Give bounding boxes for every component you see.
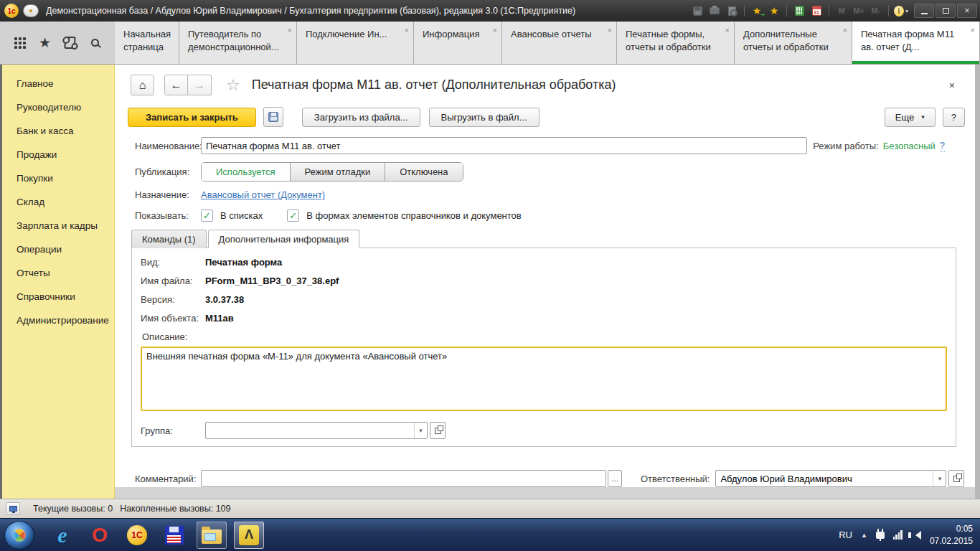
- main-menu-icon[interactable]: [11, 34, 29, 52]
- tab-information[interactable]: Информация×: [414, 22, 502, 64]
- tab-additional-info[interactable]: Дополнительная информация: [208, 230, 360, 248]
- volume-icon[interactable]: [911, 531, 921, 540]
- sidebar-item-main[interactable]: Главное: [2, 72, 114, 95]
- publication-option-debug[interactable]: Режим отладки: [290, 163, 385, 181]
- add-favorite-icon[interactable]: ★: [767, 4, 781, 17]
- close-icon[interactable]: ×: [725, 25, 730, 36]
- sidebar-item-purchases[interactable]: Покупки: [2, 166, 114, 190]
- purpose-link[interactable]: Авансовый отчет (Документ): [201, 189, 325, 200]
- show-label: Показывать:: [135, 210, 201, 221]
- sidebar-item-bank-cash[interactable]: Банк и касса: [2, 119, 114, 143]
- save-icon[interactable]: [690, 4, 705, 17]
- show-in-lists-checkbox[interactable]: ✓: [201, 209, 213, 222]
- unload-to-file-button[interactable]: Выгрузить в файл...: [429, 108, 540, 127]
- forward-button[interactable]: →: [188, 75, 212, 95]
- go-to-favorites-icon[interactable]: ★: [750, 4, 764, 17]
- language-indicator[interactable]: RU: [839, 529, 852, 540]
- sidebar-item-sales[interactable]: Продажи: [2, 143, 114, 166]
- section-sidebar: Главное Руководителю Банк и касса Продаж…: [0, 65, 115, 499]
- comment-more-button[interactable]: …: [608, 470, 622, 487]
- window-titlebar: 1с ▾ Демонстрационная база / Абдулов Юри…: [0, 0, 980, 22]
- close-icon[interactable]: ×: [843, 25, 847, 36]
- close-icon[interactable]: ×: [493, 25, 497, 36]
- back-button[interactable]: ←: [164, 75, 188, 95]
- forward-icon: →: [194, 79, 205, 92]
- object-name-value: М11ав: [205, 313, 234, 324]
- network-signal-icon[interactable]: [893, 530, 903, 540]
- close-button[interactable]: ×: [957, 4, 977, 18]
- tab-print-forms[interactable]: Печатные формы, отчеты и обработки×: [617, 22, 735, 64]
- publication-option-disabled[interactable]: Отключена: [385, 163, 462, 181]
- close-icon[interactable]: ×: [608, 25, 612, 36]
- tab-connection[interactable]: Подключение Ин...×: [297, 22, 414, 64]
- sidebar-item-warehouse[interactable]: Склад: [2, 190, 114, 214]
- form-content: ⌂ ← → ☆ Печатная форма М11 ав. отчет (До…: [115, 65, 980, 499]
- show-in-forms-checkbox[interactable]: ✓: [287, 209, 299, 222]
- description-textarea[interactable]: Внешняя печатная форма «М-11» для докуме…: [141, 347, 947, 411]
- windows-taskbar: e O 1С Λ RU ▲ 0:05 07.02.2015: [0, 518, 980, 551]
- form-close-icon[interactable]: ×: [939, 80, 965, 91]
- server-calls-icon[interactable]: [6, 502, 20, 515]
- responsible-input[interactable]: [716, 471, 933, 486]
- print-icon[interactable]: [707, 4, 722, 17]
- home-button[interactable]: ⌂: [131, 75, 154, 95]
- taskbar-explorer-button[interactable]: [197, 522, 227, 549]
- group-input[interactable]: [206, 423, 414, 438]
- tray-expand-icon[interactable]: ▲: [861, 532, 867, 539]
- favorites-icon[interactable]: ★: [36, 34, 55, 52]
- start-button[interactable]: [4, 521, 34, 550]
- comment-label: Комментарий:: [135, 474, 201, 484]
- sidebar-item-operations[interactable]: Операции: [2, 237, 114, 261]
- memory-m-minus-button[interactable]: M-: [869, 4, 883, 17]
- comment-input[interactable]: [201, 470, 606, 487]
- tab-additional-reports[interactable]: Дополнительные отчеты и обработки×: [735, 22, 852, 64]
- info-icon[interactable]: i▾: [894, 4, 908, 17]
- responsible-dropdown-icon[interactable]: ▾: [933, 471, 946, 486]
- taskbar-internet-explorer-icon[interactable]: e: [47, 522, 77, 549]
- close-icon[interactable]: ×: [288, 25, 292, 36]
- close-icon[interactable]: ×: [405, 25, 409, 36]
- power-icon[interactable]: [876, 532, 885, 539]
- history-icon[interactable]: [61, 34, 80, 52]
- sidebar-item-reports[interactable]: Отчеты: [2, 261, 114, 285]
- windows-logo-icon: [10, 526, 28, 544]
- taskbar-1c-enterprise-button[interactable]: Λ: [234, 522, 264, 549]
- search-icon[interactable]: [86, 34, 105, 52]
- more-button[interactable]: Еще▾: [885, 108, 936, 127]
- publication-option-used[interactable]: Используется: [202, 163, 290, 181]
- taskbar-1c-icon[interactable]: 1С: [122, 522, 152, 549]
- work-mode-help-link[interactable]: ?: [940, 140, 945, 151]
- minimize-button[interactable]: [914, 4, 934, 18]
- tab-print-form-m11[interactable]: Печатная форма М11 ав. отчет (Д...×: [852, 22, 980, 64]
- calculator-icon[interactable]: [792, 4, 806, 17]
- favorite-star-icon[interactable]: ☆: [226, 76, 240, 95]
- taskbar-opera-icon[interactable]: O: [85, 522, 115, 549]
- calendar-icon[interactable]: 31: [809, 4, 824, 17]
- responsible-open-button[interactable]: [948, 470, 964, 487]
- help-button[interactable]: ?: [943, 108, 965, 127]
- close-icon[interactable]: ×: [971, 25, 975, 36]
- print-preview-icon[interactable]: [725, 4, 739, 17]
- tab-home[interactable]: Начальная страница: [115, 22, 179, 64]
- taskbar-floppy-icon[interactable]: [159, 522, 189, 549]
- group-combo: ▾: [205, 422, 428, 439]
- save-button[interactable]: [263, 107, 283, 127]
- restore-button[interactable]: [936, 4, 956, 18]
- name-input[interactable]: [201, 137, 807, 154]
- sidebar-item-directories[interactable]: Справочники: [2, 285, 114, 309]
- load-from-file-button[interactable]: Загрузить из файла...: [302, 108, 420, 127]
- clock[interactable]: 0:05 07.02.2015: [930, 523, 973, 546]
- save-and-close-button[interactable]: Записать и закрыть: [128, 108, 256, 127]
- tab-commands[interactable]: Команды (1): [131, 230, 207, 248]
- tab-guide[interactable]: Путеводитель по демонстрационной...×: [179, 22, 297, 64]
- sidebar-item-salary-hr[interactable]: Зарплата и кадры: [2, 214, 114, 237]
- group-dropdown-icon[interactable]: ▾: [414, 423, 427, 438]
- memory-m-plus-button[interactable]: M+: [852, 4, 866, 17]
- system-menu-button[interactable]: ▾: [23, 4, 39, 17]
- sidebar-item-administration[interactable]: Администрирование: [2, 309, 114, 332]
- tab-advance-reports[interactable]: Авансовые отчеты×: [502, 22, 617, 64]
- sidebar-item-manager[interactable]: Руководителю: [2, 95, 114, 119]
- memory-m-button[interactable]: M: [834, 4, 849, 17]
- group-open-button[interactable]: [430, 422, 446, 439]
- chevron-down-icon: ▾: [921, 113, 925, 121]
